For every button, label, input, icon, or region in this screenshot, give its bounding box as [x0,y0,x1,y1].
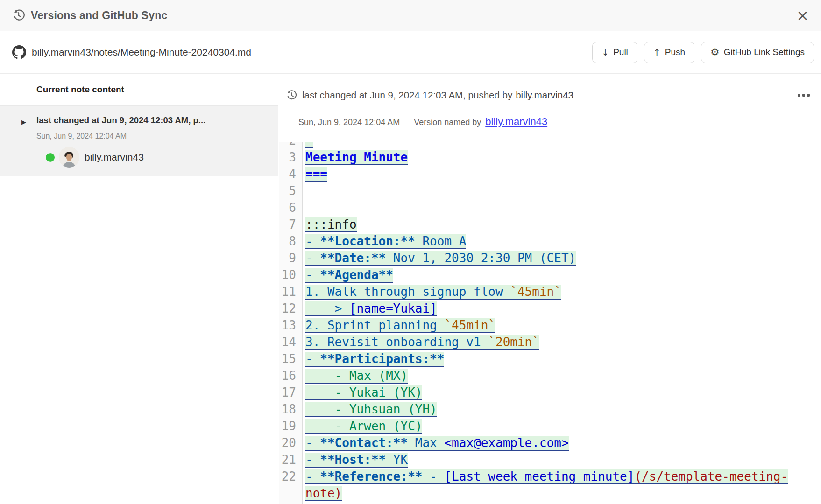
github-link-settings-button[interactable]: ⚙ GitHub Link Settings [701,42,814,63]
code-line-content: - Yukai (YK) [303,384,821,401]
inserted-text: - **Host:** YK [305,453,408,468]
code-segment [305,142,313,147]
expander-icon[interactable]: ▶ [21,119,26,126]
code-line: 22- **Reference:** - [Last week meeting … [279,468,821,502]
line-number: 7 [279,216,303,233]
arrow-down-icon: ↓ [602,47,609,57]
repo-actions: ↓ Pull ↑ Push ⚙ GitHub Link Settings [592,42,814,63]
code-line: 2 [279,142,821,149]
code-line-content: 1. Walk through signup flow `45min` [303,283,821,300]
code-segment: 1. Walk through signup flow [305,285,510,299]
code-line-content: - Arwen (YC) [303,418,821,434]
dialog-title: Versions and GitHub Sync [31,9,167,22]
code-segment: - [305,453,320,467]
presence-dot-icon [46,153,55,162]
code-line-content: - **Agenda** [303,266,821,283]
version-item-title: last changed at Jun 9, 2024 12:03 AM, p.… [36,115,205,126]
code-segment: Room A [415,234,467,248]
code-segment: **Contact:** [320,436,408,450]
code-line: 8- **Location:** Room A [279,233,821,250]
inserted-text: - **Reference:** - [Last week meeting mi… [305,469,788,501]
code-line-content: === [303,166,821,182]
code-segment: YK [386,453,408,467]
repo-bar: billy.marvin43/notes/Meeting-Minute-2024… [0,31,821,74]
code-segment: - [305,469,320,483]
code-segment: Meeting Minute [305,150,408,164]
inserted-text: :::info [305,217,357,232]
code-segment: **Agenda** [320,268,393,282]
code-segment: Nov 1, 2030 2:30 PM (CET) [386,251,576,265]
code-segment: **Date:** [320,251,386,265]
code-segment: 3. Revisit onboarding v1 [305,335,488,349]
line-number: 23 [279,502,303,504]
code-segment: - Yuhsuan (YH) [305,402,437,416]
line-number: 5 [279,182,303,199]
inserted-text [305,142,313,148]
diff-editor[interactable]: 2 3Meeting Minute4===567:::info8- **Loca… [279,142,821,504]
code-line: 20- **Contact:** Max <max@example.com> [279,434,821,451]
pull-button[interactable]: ↓ Pull [592,42,637,63]
version-title-user: billy.marvin43 [516,90,573,101]
editor-lines: 2 3Meeting Minute4===567:::info8- **Loca… [279,142,821,504]
version-named-by-link[interactable]: billy.marvin43 [485,116,547,128]
code-line: 16 - Max (MX) [279,367,821,384]
version-item-username: billy.marvin43 [85,152,144,163]
code-line: 111. Walk through signup flow `45min` [279,283,821,300]
code-line-content: - Max (MX) [303,367,821,384]
line-number: 9 [279,250,303,266]
version-list-item[interactable]: ▶ last changed at Jun 9, 2024 12:03 AM, … [0,106,278,176]
code-line-content: - Yuhsuan (YH) [303,401,821,418]
code-segment: > [305,301,349,315]
code-line-content: - **Date:** Nov 1, 2030 2:30 PM (CET) [303,250,821,266]
code-segment: - Arwen (YC) [305,419,422,433]
code-segment: - [305,352,320,366]
code-line: 7:::info [279,216,821,233]
code-line-content [303,199,821,216]
repo-path: billy.marvin43/notes/Meeting-Minute-2024… [32,47,251,58]
sidebar-header: Current note content [0,74,278,106]
code-line: 143. Revisit onboarding v1 `20min` [279,334,821,350]
github-icon [12,45,26,59]
code-line: 17 - Yukai (YK) [279,384,821,401]
inserted-text: 2. Sprint planning `45min` [305,318,495,333]
code-line-content: 2. Sprint planning `45min` [303,317,821,334]
pull-button-label: Pull [613,47,628,57]
code-segment: - Max (MX) [305,369,408,383]
inserted-text: - **Location:** Room A [305,234,466,249]
code-line-content: - **Location:** Room A [303,233,821,250]
inserted-text: - **Date:** Nov 1, 2030 2:30 PM (CET) [305,251,576,266]
avatar [59,147,79,168]
line-number: 10 [279,266,303,283]
code-segment: Max [408,436,444,450]
dialog-titlebar: Versions and GitHub Sync × [0,0,821,31]
code-line: 19 - Arwen (YC) [279,418,821,434]
code-line: 18 - Yuhsuan (YH) [279,401,821,418]
line-number: 18 [279,401,303,418]
line-number: 11 [279,283,303,300]
line-number: 15 [279,350,303,367]
line-number: 21 [279,451,303,468]
code-line: 132. Sprint planning `45min` [279,317,821,334]
code-line-content: - **Host:** YK [303,451,821,468]
version-item-timestamp: Sun, Jun 9, 2024 12:04 AM [36,132,127,140]
more-options-button[interactable] [797,91,811,99]
inserted-text: > [name=Yukai] [305,301,437,316]
code-segment: === [305,167,327,181]
code-line: 23 [279,502,821,504]
code-segment: - [305,251,320,265]
push-button[interactable]: ↑ Push [644,42,694,63]
inserted-text: 1. Walk through signup flow `45min` [305,285,561,300]
settings-button-label: GitHub Link Settings [724,47,805,57]
line-number: 8 [279,233,303,250]
code-line: 4=== [279,166,821,182]
line-number: 22 [279,468,303,502]
line-number: 19 [279,418,303,434]
code-segment: - [305,268,320,282]
inserted-text: - **Participants:** [305,352,444,367]
version-named-by-label: Version named by [414,118,481,127]
line-number: 12 [279,300,303,317]
version-timestamp: Sun, Jun 9, 2024 12:04 AM [298,118,400,127]
code-segment: (/s/template-meeting-​ [634,469,788,483]
code-segment: - [422,469,444,483]
close-button[interactable]: × [796,8,809,23]
